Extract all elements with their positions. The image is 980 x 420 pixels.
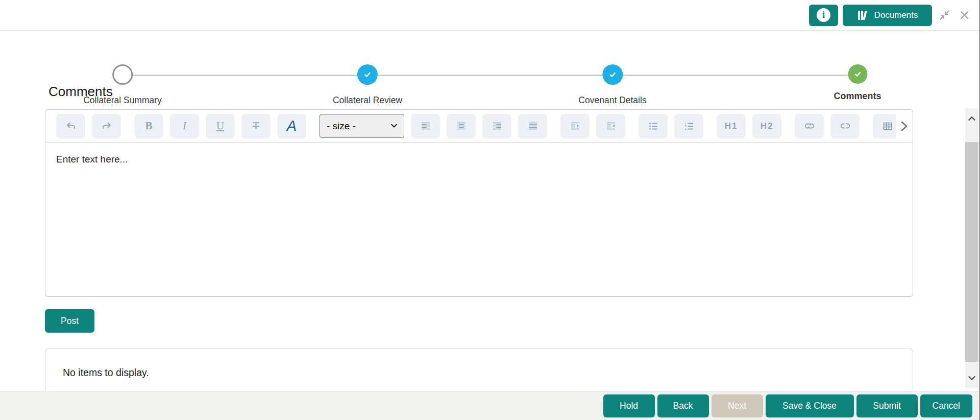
align-left-icon: [420, 121, 431, 132]
hold-button[interactable]: Hold: [603, 394, 655, 417]
chevron-right-icon: [899, 120, 909, 132]
close-icon: [959, 10, 970, 20]
empty-state-message: No items to display.: [63, 367, 913, 379]
font-size-select-wrap: - size -: [320, 114, 404, 138]
scrollbar-thumb[interactable]: [965, 142, 978, 362]
link-button[interactable]: [795, 114, 824, 138]
italic-icon: I: [183, 120, 186, 132]
numbered-list-icon: [683, 121, 695, 132]
progress-stepper: Collateral Summary Collateral Review Cov…: [0, 31, 980, 87]
step-label: Covenant Details: [578, 95, 646, 106]
rich-text-editor: B I U T A - size -: [45, 109, 913, 297]
step-check-icon: [357, 64, 378, 85]
documents-button-label: Documents: [874, 10, 918, 20]
step-covenant-details[interactable]: Covenant Details: [578, 64, 646, 106]
heading2-icon: H2: [761, 121, 774, 131]
collapse-icon: [939, 9, 950, 21]
font-color-icon: A: [287, 118, 297, 134]
indent-button[interactable]: [560, 114, 590, 138]
step-check-icon: [848, 64, 867, 84]
toolbar-more-button[interactable]: [899, 120, 909, 132]
toolbar-scroll-area: B I U T A - size -: [56, 114, 896, 138]
collapse-button[interactable]: [937, 7, 952, 23]
scroll-down-button[interactable]: [965, 369, 978, 387]
back-button[interactable]: Back: [657, 394, 709, 417]
underline-icon: U: [216, 120, 224, 132]
step-comments[interactable]: Comments: [834, 64, 881, 102]
bold-icon: B: [145, 120, 152, 132]
close-button[interactable]: [957, 8, 972, 22]
link-icon: [804, 121, 815, 132]
align-justify-button[interactable]: [518, 114, 547, 138]
modal-window: i Documents: [0, 0, 980, 420]
numbered-list-button[interactable]: [674, 114, 703, 138]
chevron-down-icon: [967, 374, 977, 383]
align-right-button[interactable]: [482, 114, 511, 138]
align-left-button[interactable]: [411, 114, 440, 138]
top-bar: i Documents: [0, 0, 980, 31]
align-justify-icon: [527, 121, 538, 132]
outdent-icon: [605, 121, 617, 132]
redo-button[interactable]: [92, 114, 121, 138]
bullet-list-button[interactable]: [639, 114, 668, 138]
comment-text-input[interactable]: Enter text here...: [45, 143, 913, 296]
info-icon: i: [817, 8, 830, 22]
align-center-icon: [456, 121, 467, 132]
table-button[interactable]: [873, 114, 896, 138]
table-icon: [882, 121, 893, 132]
font-color-button[interactable]: A: [277, 114, 306, 138]
bullet-list-icon: [648, 121, 659, 132]
info-button[interactable]: i: [809, 5, 838, 26]
step-label: Comments: [834, 91, 881, 102]
step-pending-circle: [112, 64, 133, 85]
undo-icon: [65, 121, 77, 132]
stepper-connector-line: [122, 75, 857, 76]
underline-button[interactable]: U: [206, 114, 235, 138]
redo-icon: [101, 121, 112, 132]
save-and-close-button[interactable]: Save & Close: [766, 394, 854, 417]
undo-button[interactable]: [56, 114, 85, 138]
footer-action-bar: Hold Back Next Save & Close Submit Cance…: [0, 391, 980, 420]
unlink-icon: [840, 121, 851, 132]
next-button[interactable]: Next: [712, 394, 763, 417]
heading1-button[interactable]: H1: [717, 114, 746, 138]
documents-button[interactable]: Documents: [843, 5, 932, 26]
font-size-select[interactable]: - size -: [320, 114, 404, 138]
submit-button[interactable]: Submit: [856, 394, 918, 417]
heading2-button[interactable]: H2: [752, 114, 781, 138]
scroll-up-button[interactable]: [965, 109, 978, 128]
bold-button[interactable]: B: [134, 114, 163, 138]
editor-toolbar: B I U T A - size -: [45, 110, 913, 143]
heading1-icon: H1: [725, 121, 738, 131]
step-collateral-review[interactable]: Collateral Review: [333, 64, 402, 106]
strikethrough-button[interactable]: T: [241, 114, 271, 138]
library-icon: [857, 10, 868, 21]
strikethrough-icon: T: [253, 120, 259, 132]
align-right-icon: [492, 121, 503, 132]
chevron-up-icon: [967, 114, 977, 123]
step-check-icon: [602, 64, 623, 85]
align-center-button[interactable]: [447, 114, 476, 138]
cancel-button[interactable]: Cancel: [920, 394, 972, 417]
italic-button[interactable]: I: [170, 114, 199, 138]
vertical-scrollbar[interactable]: [965, 108, 978, 388]
unlink-button[interactable]: [830, 114, 860, 138]
outdent-button[interactable]: [596, 114, 625, 138]
step-label: Collateral Review: [333, 95, 402, 106]
indent-icon: [570, 121, 581, 132]
post-button[interactable]: Post: [45, 309, 94, 333]
page-title: Comments: [48, 84, 113, 100]
